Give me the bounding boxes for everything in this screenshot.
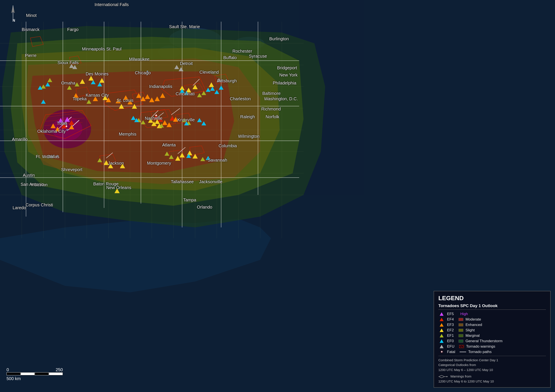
- legend-note-2: Warnings from 1200 UTC May 6 to 1200 UTC…: [438, 373, 546, 384]
- map-container: ✦ ✦ International Falls Minot Bismarck F…: [0, 0, 555, 392]
- scale-seg-3: [35, 372, 49, 375]
- legend-moderate-label: Moderate: [466, 317, 481, 322]
- legend-ef0-label: EF0: [447, 339, 454, 343]
- svg-marker-155: [447, 376, 448, 377]
- svg-point-142: [57, 155, 58, 157]
- svg-text:✦: ✦: [65, 124, 68, 129]
- svg-point-138: [66, 129, 68, 131]
- scale-seg-1: [7, 372, 21, 375]
- legend-paths-line: [460, 352, 466, 352]
- legend-general-box: [459, 340, 463, 343]
- svg-text:✦: ✦: [154, 113, 158, 118]
- legend-row-ef1: EF1 Marginal: [438, 334, 546, 338]
- legend-ef4-icon: [438, 318, 445, 321]
- legend-title: LEGEND: [438, 295, 546, 302]
- legend-enhanced-box: [459, 323, 463, 326]
- legend-row-ef2: EF2 Slight: [438, 328, 546, 332]
- legend-row-efu: EFU Tornado warnings: [438, 344, 546, 349]
- legend-marginal-label: Marginal: [466, 334, 480, 338]
- legend-ef3-icon: [438, 323, 445, 327]
- legend-efu-icon: [438, 345, 445, 349]
- legend-slight-label: Slight: [466, 328, 475, 332]
- legend-ef3-label: EF3: [447, 323, 454, 327]
- legend-paths-label: Tornado paths: [468, 350, 492, 354]
- legend-row-ef0: EF0 General Thunderstorm: [438, 339, 546, 343]
- legend-row-ef5: EF5 High: [438, 312, 546, 316]
- legend-general-label: General Thunderstorm: [466, 339, 503, 343]
- north-arrow: N: [7, 4, 20, 22]
- svg-point-140: [146, 71, 148, 72]
- legend-fatal-icon: ✦: [438, 350, 445, 354]
- svg-marker-148: [440, 318, 444, 321]
- legend-row-ef3: EF3 Enhanced: [438, 323, 546, 327]
- scale-seg-4: [49, 372, 63, 375]
- svg-marker-153: [440, 345, 444, 348]
- legend-row-fatal: ✦ Fatal Tornado paths: [438, 350, 546, 354]
- legend-marginal-box: [459, 334, 463, 337]
- legend-ef0-icon: [438, 339, 445, 343]
- scale-bar: 0 250 500 km: [7, 367, 63, 381]
- legend-fatal-label: Fatal: [447, 350, 455, 354]
- svg-marker-147: [440, 312, 444, 316]
- legend-warnings-box: [459, 345, 464, 348]
- svg-marker-152: [440, 339, 444, 343]
- svg-point-141: [155, 117, 157, 119]
- legend-ef2-icon: [438, 328, 445, 332]
- legend-slight-box: [459, 329, 463, 332]
- legend-ef1-label: EF1: [447, 334, 454, 338]
- legend-ef2-label: EF2: [447, 328, 454, 332]
- svg-point-139: [92, 49, 94, 51]
- svg-marker-151: [440, 334, 444, 337]
- legend-ef5-icon: [438, 312, 445, 316]
- legend-enhanced-label: Enhanced: [466, 323, 482, 327]
- legend-moderate-box: [459, 318, 463, 321]
- scale-seg-2: [21, 372, 35, 375]
- scale-km-label: 500 km: [7, 376, 63, 381]
- legend-subtitle: Tornadoes SPC Day 1 Outlook: [438, 303, 546, 310]
- svg-marker-149: [440, 323, 444, 327]
- legend: LEGEND Tornadoes SPC Day 1 Outlook EF5 H…: [434, 291, 551, 388]
- legend-warnings-label: Tornado warnings: [466, 344, 495, 349]
- legend-high-label: High: [460, 312, 468, 316]
- legend-ef1-icon: [438, 334, 445, 338]
- svg-marker-150: [440, 328, 444, 332]
- legend-efu-label: EFU: [447, 344, 454, 349]
- legend-note-1: Combined Storm Prediction Center Day 1 C…: [438, 356, 546, 372]
- legend-row-ef4: EF4 Moderate: [438, 317, 546, 322]
- legend-ef5-label: EF5: [447, 312, 454, 316]
- scale-250: 250: [56, 367, 63, 372]
- svg-text:N: N: [13, 19, 15, 22]
- scale-0: 0: [7, 367, 9, 372]
- legend-ef4-label: EF4: [447, 317, 454, 322]
